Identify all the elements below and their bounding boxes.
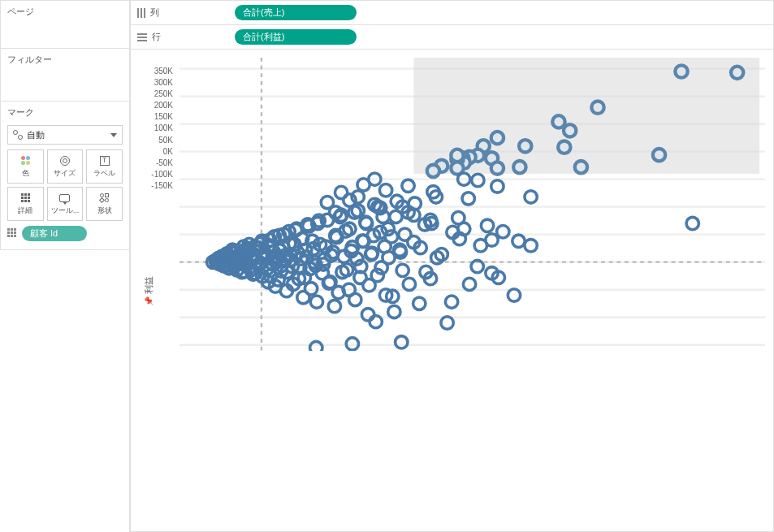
data-point[interactable] [413, 297, 426, 309]
data-point[interactable] [357, 179, 370, 191]
pages-shelf[interactable]: ページ [0, 0, 130, 49]
data-point[interactable] [441, 317, 453, 329]
filters-shelf[interactable]: フィルター [0, 48, 130, 102]
data-point[interactable] [396, 264, 409, 276]
data-point[interactable] [396, 336, 408, 348]
data-point[interactable] [379, 184, 391, 197]
pin-icon: 📌 [145, 296, 154, 305]
data-point[interactable] [310, 341, 322, 350]
marks-size-button[interactable]: サイズ [47, 149, 84, 184]
rows-shelf[interactable]: 行 合計(利益) [130, 24, 774, 50]
columns-shelf[interactable]: 列 合計(売上) [130, 0, 774, 25]
y-tick-label: 0K [163, 146, 173, 155]
auto-shape-icon [13, 130, 23, 140]
marks-type-label: 自動 [27, 129, 45, 141]
data-point[interactable] [335, 186, 347, 198]
data-point[interactable] [451, 149, 463, 162]
data-point[interactable] [513, 161, 525, 173]
size-icon [60, 156, 70, 166]
data-point[interactable] [361, 309, 374, 321]
data-point[interactable] [474, 240, 486, 252]
data-point[interactable] [491, 132, 504, 144]
marks-shape-button[interactable]: 形状 [86, 187, 123, 221]
data-point[interactable] [388, 305, 400, 318]
y-tick-label: 150K [154, 112, 173, 121]
data-point[interactable] [463, 278, 475, 290]
data-point[interactable] [310, 296, 322, 308]
data-point[interactable] [591, 102, 603, 114]
marks-detail-pill-row: 顧客 Id [7, 226, 123, 241]
marks-card: マーク 自動 色 サイズ ラベル [0, 101, 130, 250]
marks-color-button[interactable]: 色 [7, 149, 44, 184]
y-tick-label: 200K [154, 101, 173, 110]
rows-pill-sum-profit[interactable]: 合計(利益) [235, 29, 357, 45]
data-point[interactable] [508, 289, 520, 301]
data-point[interactable] [491, 162, 504, 174]
detail-icon [7, 228, 19, 240]
data-point[interactable] [382, 223, 394, 235]
data-point[interactable] [403, 278, 415, 290]
data-point[interactable] [481, 219, 493, 231]
data-point[interactable] [731, 67, 743, 79]
y-tick-label: 350K [154, 66, 173, 75]
data-point[interactable] [445, 296, 457, 308]
marks-tooltip-button[interactable]: ツール... [47, 187, 84, 221]
scatter-chart[interactable]: 350K300K250K200K150K100K50K0K-50K-100K-1… [130, 49, 774, 532]
data-point[interactable] [525, 191, 537, 203]
shape-icon [100, 193, 109, 202]
label-icon [100, 156, 110, 166]
detail-pill-customer-id[interactable]: 顧客 Id [22, 226, 87, 241]
columns-pill-sum-sales[interactable]: 合計(売上) [235, 5, 357, 20]
data-point[interactable] [328, 300, 340, 312]
marks-detail-button[interactable]: 詳細 [7, 187, 44, 221]
y-tick-label: -100K [151, 170, 173, 179]
y-tick-label: -150K [151, 181, 173, 190]
data-point[interactable] [346, 338, 358, 350]
columns-icon [137, 8, 145, 18]
marks-title: マーク [7, 106, 123, 122]
data-point[interactable] [452, 212, 465, 224]
y-axis-title: 📌 利益 [143, 275, 155, 305]
data-point[interactable] [564, 124, 576, 136]
data-point[interactable] [653, 149, 665, 161]
data-point[interactable] [519, 140, 531, 152]
tooltip-icon [59, 194, 70, 202]
rows-label: 行 [152, 31, 161, 43]
data-point[interactable] [552, 115, 564, 128]
data-point[interactable] [558, 141, 570, 153]
rows-icon [137, 33, 147, 41]
pages-title: ページ [7, 6, 123, 21]
data-point[interactable] [297, 292, 309, 304]
y-tick-label: 100K [154, 123, 173, 132]
data-point[interactable] [390, 210, 402, 223]
data-point[interactable] [497, 226, 509, 238]
columns-label: 列 [150, 6, 159, 19]
data-point[interactable] [512, 235, 525, 247]
y-tick-label: -50K [156, 158, 173, 167]
data-point[interactable] [402, 179, 414, 192]
data-point[interactable] [525, 240, 537, 252]
marks-type-select[interactable]: 自動 [7, 125, 123, 145]
y-tick-label: 300K [154, 77, 173, 86]
detail-icon [21, 193, 30, 202]
data-point[interactable] [575, 161, 587, 173]
color-icon [21, 156, 30, 165]
data-point[interactable] [462, 192, 474, 205]
y-tick-label: 250K [154, 89, 173, 97]
marks-label-button[interactable]: ラベル [86, 149, 123, 184]
data-point[interactable] [378, 240, 391, 253]
data-point[interactable] [472, 174, 484, 186]
data-point[interactable] [491, 180, 504, 192]
data-point[interactable] [686, 217, 698, 229]
data-point[interactable] [427, 165, 439, 177]
chevron-down-icon [110, 133, 117, 137]
filters-title: フィルター [7, 54, 123, 69]
y-tick-label: 50K [158, 135, 173, 144]
data-point[interactable] [675, 65, 687, 77]
